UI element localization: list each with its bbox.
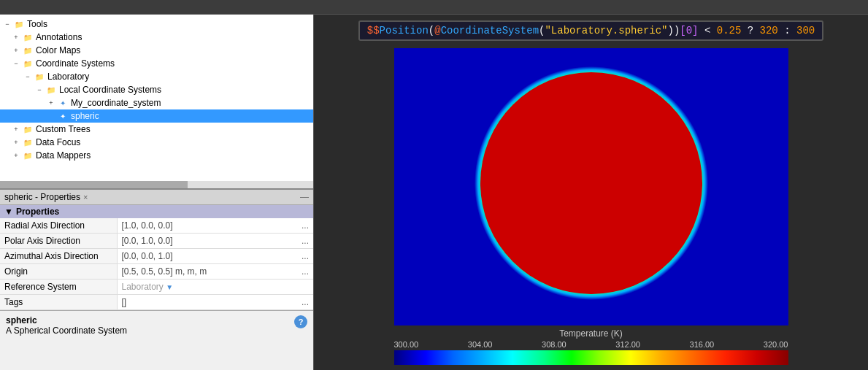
expand-icon: − (12, 59, 20, 68)
properties-panel: spheric - Properties × — ▼ Properties Ra… (0, 190, 313, 370)
formula-bracket: [0] (680, 25, 698, 36)
prop-row-polar: Polar Axis Direction [0.0, 1.0, 0.0] ... (0, 234, 313, 249)
prop-action-tags[interactable]: ... (297, 295, 313, 310)
legend-bar (394, 350, 788, 365)
legend-label-0: 300.00 (394, 340, 419, 349)
tree-panel: − 📁 Tools + 📁 Annotations + 📁 Color Maps (0, 15, 313, 190)
formula-q: ? (741, 25, 759, 36)
folder-icon: 📁 (45, 84, 57, 96)
formula-320: 320 (760, 25, 778, 36)
help-button[interactable]: ? (294, 315, 307, 328)
tree-content: − 📁 Tools + 📁 Annotations + 📁 Color Maps (0, 15, 313, 165)
legend-label-3: 312.00 (615, 340, 640, 349)
tree-item-annotations[interactable]: + 📁 Annotations (0, 31, 313, 44)
prop-name-polar: Polar Axis Direction (0, 234, 117, 249)
folder-icon: 📁 (34, 71, 45, 82)
folder-icon: 📁 (22, 150, 34, 161)
formula-lt: < (699, 25, 717, 36)
prop-value-reference[interactable]: Laboratory ▼ (117, 280, 297, 295)
props-header: spheric - Properties × — (0, 190, 313, 205)
prop-row-azimuthal: Azimuthal Axis Direction [0.0, 0.0, 1.0]… (0, 249, 313, 264)
tree-label: Tools (27, 19, 47, 29)
formula-pos: Position (380, 25, 429, 36)
props-close-button[interactable]: × (83, 193, 88, 201)
description-panel: spheric A Spherical Coordinate System ? (0, 310, 313, 340)
prop-value-polar: [0.0, 1.0, 0.0] (117, 234, 297, 249)
color-legend: Temperature (K) 300.00 304.00 308.00 312… (394, 328, 788, 365)
collapse-icon[interactable]: ▼ (4, 207, 13, 217)
tree-label: Annotations (36, 32, 82, 42)
folder-icon: 📁 (22, 136, 34, 148)
desc-text: A Spherical Coordinate System (6, 325, 288, 336)
tree-label: Local Coordinate Systems (59, 85, 161, 95)
formula-paren3: )) (667, 25, 680, 36)
prop-value-radial: [1.0, 0.0, 0.0] (117, 218, 297, 234)
prop-name-reference: Reference System (0, 280, 117, 295)
tree-item-tools[interactable]: − 📁 Tools (0, 18, 313, 31)
expand-icon: + (12, 33, 20, 42)
tree-label: Data Mappers (36, 150, 91, 161)
props-section-header: ▼ Properties (0, 205, 313, 218)
formula-str: "Laboratory.spheric" (545, 25, 667, 36)
formula-dollar: $$ (367, 25, 380, 36)
tree-label: Custom Trees (36, 124, 91, 134)
prop-action-radial[interactable]: ... (297, 218, 313, 234)
tree-item-data-focus[interactable]: + 📁 Data Focus (0, 136, 313, 149)
formula-cs: CoordinateSystem (441, 25, 539, 36)
expand-icon: − (35, 85, 44, 94)
viz-canvas (394, 48, 788, 325)
prop-action-origin[interactable]: ... (297, 264, 313, 280)
left-panel: − 📁 Tools + 📁 Annotations + 📁 Color Maps (0, 15, 314, 370)
sphere-svg (394, 48, 788, 325)
props-table: Radial Axis Direction [1.0, 0.0, 0.0] ..… (0, 218, 313, 310)
folder-icon: 📁 (13, 18, 25, 30)
legend-label-2: 308.00 (542, 340, 566, 349)
tree-scrollbar[interactable] (0, 181, 313, 188)
prop-row-tags: Tags [] ... (0, 295, 313, 310)
prop-action-polar[interactable]: ... (297, 234, 313, 249)
tree-item-local-coord[interactable]: − 📁 Local Coordinate Systems (0, 83, 313, 96)
top-bar (0, 0, 868, 15)
tree-item-data-mappers[interactable]: + 📁 Data Mappers (0, 149, 313, 162)
tree-item-my-coord-system[interactable]: + ✦ My_coordinate_system (0, 96, 313, 109)
prop-name-azimuthal: Azimuthal Axis Direction (0, 249, 117, 264)
tree-item-coordinate-systems[interactable]: − 📁 Coordinate Systems (0, 57, 313, 70)
expand-icon: + (12, 138, 20, 147)
coord-icon: ✦ (57, 97, 69, 109)
prop-row-origin: Origin [0.5, 0.5, 0.5] m, m, m ... (0, 264, 313, 280)
props-minimize-button[interactable]: — (300, 192, 309, 202)
tree-item-laboratory[interactable]: − 📁 Laboratory (0, 70, 313, 83)
prop-value-origin: [0.5, 0.5, 0.5] m, m, m (117, 264, 297, 280)
expand-icon: + (12, 125, 20, 134)
spheric-icon: ✦ (57, 110, 69, 122)
expand-icon: − (23, 72, 32, 81)
prop-name-radial: Radial Axis Direction (0, 218, 117, 234)
formula-colon: : (778, 25, 796, 36)
tree-label: My_coordinate_system (71, 98, 161, 108)
formula-paren1: ( (429, 25, 434, 36)
prop-action-reference[interactable] (297, 280, 313, 295)
dropdown-arrow-icon: ▼ (166, 283, 173, 291)
viz-container: Temperature (K) 300.00 304.00 308.00 312… (394, 48, 788, 365)
folder-icon: 📁 (22, 58, 34, 69)
right-panel: $$Position(@CoordinateSystem("Laboratory… (314, 15, 868, 370)
legend-label-4: 316.00 (690, 340, 715, 349)
prop-action-azimuthal[interactable]: ... (297, 249, 313, 264)
legend-label-1: 304.00 (468, 340, 493, 349)
tree-item-color-maps[interactable]: + 📁 Color Maps (0, 44, 313, 57)
prop-value-tags: [] (117, 295, 297, 310)
formula-025: 0.25 (717, 25, 742, 36)
prop-name-origin: Origin (0, 264, 117, 280)
svg-point-2 (480, 72, 702, 294)
legend-title: Temperature (K) (394, 328, 788, 339)
expand-icon: + (12, 151, 20, 160)
tree-item-spheric[interactable]: ✦ spheric (0, 109, 313, 123)
tree-item-custom-trees[interactable]: + 📁 Custom Trees (0, 123, 313, 136)
tree-label: Data Focus (36, 137, 80, 147)
props-tab: spheric - Properties × (4, 192, 88, 202)
formula-at: @ (434, 25, 440, 36)
formula-bar: $$Position(@CoordinateSystem("Laboratory… (358, 20, 823, 41)
prop-value-azimuthal: [0.0, 0.0, 1.0] (117, 249, 297, 264)
folder-icon: 📁 (22, 31, 34, 43)
tree-label: Laboratory (47, 72, 89, 82)
